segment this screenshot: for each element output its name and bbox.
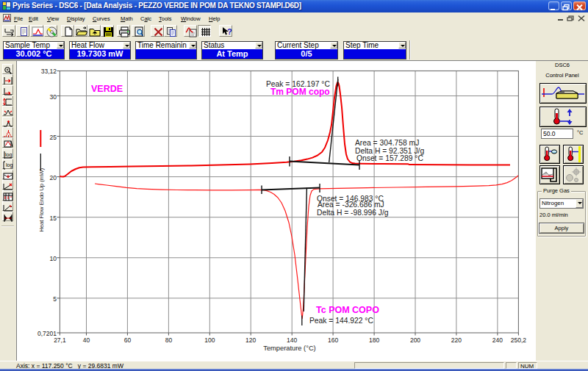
svg-text:log: log: [5, 152, 12, 158]
svg-text:?: ?: [227, 27, 232, 36]
svg-text:log: log: [6, 162, 12, 168]
